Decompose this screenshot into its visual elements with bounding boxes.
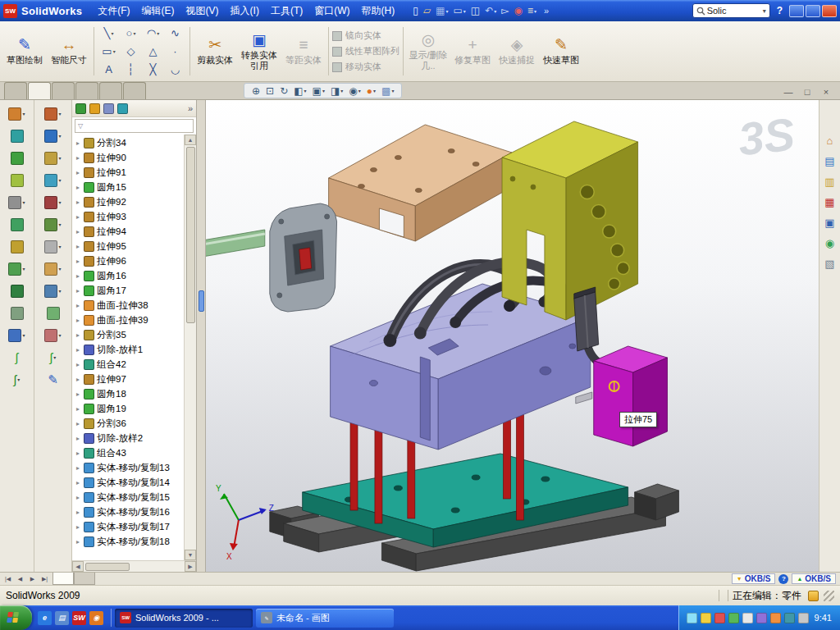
move-copy-body-icon[interactable]: ▾ bbox=[44, 326, 61, 345]
tray-icon[interactable] bbox=[728, 613, 739, 623]
dimxpertmanager-tab-icon[interactable] bbox=[117, 103, 128, 114]
line-tool-icon[interactable]: ╲▾ bbox=[98, 25, 120, 43]
tree-item[interactable]: ▸ 实体-移动/复制15 bbox=[72, 490, 184, 504]
lofted-boss-icon[interactable] bbox=[11, 215, 24, 234]
toolbox-icon[interactable]: ▦ bbox=[823, 194, 838, 209]
scroll-down-icon[interactable]: ▼ bbox=[185, 550, 196, 560]
tab-nav-button[interactable]: |◀ bbox=[2, 576, 14, 582]
tray-icon[interactable] bbox=[742, 613, 753, 623]
doc-minimize-button[interactable]: — bbox=[783, 87, 794, 97]
view-palette-icon[interactable]: ▣ bbox=[823, 215, 838, 230]
quick-launch-media-icon[interactable]: ◉ bbox=[89, 611, 103, 625]
rotate-view-icon[interactable]: ↻ bbox=[280, 85, 288, 97]
sketch-button[interactable]: ✎ 草图绘制 bbox=[3, 24, 46, 79]
custom-properties-icon[interactable]: ▧ bbox=[823, 256, 838, 271]
zoom-area-icon[interactable]: ⊕ bbox=[252, 85, 260, 97]
tree-item[interactable]: ▸ 拉伸96 bbox=[72, 253, 184, 268]
expand-arrow-icon[interactable]: ▸ bbox=[75, 538, 81, 546]
rib-icon[interactable]: ▾ bbox=[44, 148, 61, 167]
expand-arrow-icon[interactable]: ▸ bbox=[75, 287, 81, 294]
tray-icon[interactable] bbox=[798, 613, 809, 623]
undo-icon[interactable]: ↶▾ bbox=[482, 2, 499, 19]
graphics-area[interactable]: 3S bbox=[206, 100, 819, 572]
sketch-pencil-icon[interactable]: ✎ bbox=[48, 370, 58, 389]
doc-restore-button[interactable]: □ bbox=[801, 87, 813, 97]
expand-arrow-icon[interactable]: ▸ bbox=[75, 199, 81, 206]
fillet-icon[interactable]: ▾ bbox=[44, 104, 61, 123]
scroll-left-icon[interactable]: ◀ bbox=[72, 561, 84, 572]
tab-nav-button[interactable]: ▶| bbox=[39, 576, 51, 582]
tree-item[interactable]: ▸ 圆角17 bbox=[72, 283, 184, 298]
shell-icon[interactable]: ▾ bbox=[44, 171, 61, 189]
tree-item[interactable]: ▸ 切除-放样2 bbox=[72, 431, 184, 445]
tree-item[interactable]: ▸ 拉伸91 bbox=[72, 165, 184, 180]
menu-item[interactable]: 视图(V) bbox=[180, 2, 225, 20]
sketch-flyout-icon[interactable]: ▾ bbox=[8, 104, 25, 123]
ellipse-tool-icon[interactable]: ◇ bbox=[120, 43, 142, 61]
scroll-up-icon[interactable]: ▲ bbox=[185, 135, 196, 145]
rebuild-icon[interactable]: ◉ bbox=[511, 2, 524, 19]
expand-arrow-icon[interactable]: ▸ bbox=[75, 139, 81, 147]
expand-arrow-icon[interactable]: ▸ bbox=[75, 450, 81, 457]
panel-overflow-icon[interactable]: » bbox=[188, 103, 193, 113]
appearances-scenes-icon[interactable]: ◉ bbox=[823, 235, 838, 250]
expand-arrow-icon[interactable]: ▸ bbox=[75, 317, 81, 324]
tree-item[interactable]: ▸ 组合43 bbox=[72, 445, 184, 460]
tree-item[interactable]: ▸ 圆角18 bbox=[72, 386, 184, 401]
expand-arrow-icon[interactable]: ▸ bbox=[75, 479, 81, 486]
featuremanager-tab-icon[interactable] bbox=[75, 103, 86, 114]
expand-arrow-icon[interactable]: ▸ bbox=[75, 509, 81, 516]
curve-tool-icon[interactable]: ʃ bbox=[16, 348, 18, 367]
chamfer-icon[interactable]: ▾ bbox=[44, 126, 61, 145]
tray-icon[interactable] bbox=[714, 613, 725, 623]
sketch-fillet-tool-icon[interactable]: ◡ bbox=[164, 61, 186, 79]
expand-arrow-icon[interactable]: ▸ bbox=[75, 154, 81, 162]
new-document-icon[interactable]: ▯ bbox=[410, 2, 421, 19]
tree-item[interactable]: ▸ 实体-移动/复制17 bbox=[72, 519, 184, 534]
swept-cut-icon[interactable]: ▾ bbox=[8, 326, 25, 345]
options-icon[interactable]: ≡▾ bbox=[525, 2, 539, 19]
tree-item[interactable]: ▸ 实体-移动/复制16 bbox=[72, 504, 184, 519]
smart-dimension-button[interactable]: ↔ 智能尺寸 bbox=[48, 24, 90, 79]
expand-arrow-icon[interactable]: ▸ bbox=[75, 243, 81, 250]
tree-item[interactable]: ▸ 切除-放样1 bbox=[72, 342, 184, 357]
tree-item[interactable]: ▸ 曲面-拉伸38 bbox=[72, 298, 184, 313]
part-insert-block[interactable] bbox=[594, 346, 668, 446]
rapid-sketch-button[interactable]: ✎ 快速草图 bbox=[540, 24, 582, 79]
wrap-icon[interactable]: ▾ bbox=[44, 259, 61, 278]
help-icon[interactable]: ? bbox=[777, 5, 783, 16]
trim-entities-button[interactable]: ✂ 剪裁实体 bbox=[194, 24, 236, 79]
search-dropdown-icon[interactable]: ▾ bbox=[763, 7, 766, 15]
tree-item[interactable]: ▸ 组合42 bbox=[72, 357, 184, 372]
tree-item[interactable]: ▸ 曲面-拉伸39 bbox=[72, 313, 184, 327]
quick-launch-solidworks-icon[interactable]: SW bbox=[72, 611, 86, 625]
menu-item[interactable]: 工具(T) bbox=[265, 2, 308, 20]
tab-sketch[interactable] bbox=[28, 82, 51, 99]
expand-arrow-icon[interactable]: ▸ bbox=[75, 390, 81, 398]
text-tool-icon[interactable]: A bbox=[98, 61, 120, 79]
select-icon[interactable]: ▻ bbox=[499, 2, 511, 19]
view-orientation-icon[interactable]: ▣▾ bbox=[313, 85, 325, 97]
tree-item[interactable]: ▸ 分割36 bbox=[72, 416, 184, 431]
expand-arrow-icon[interactable]: ▸ bbox=[75, 184, 81, 191]
tree-item[interactable]: ▸ 圆角15 bbox=[72, 180, 184, 194]
reference-geometry-icon[interactable]: ▾ bbox=[8, 193, 25, 212]
expand-arrow-icon[interactable]: ▸ bbox=[75, 228, 81, 235]
tray-icon[interactable] bbox=[756, 613, 767, 623]
swept-boss-icon[interactable] bbox=[11, 171, 24, 189]
menu-item[interactable]: 文件(F) bbox=[92, 2, 135, 20]
linear-pattern-icon[interactable]: ▾ bbox=[44, 215, 61, 234]
tree-scrollbar-horizontal[interactable]: ◀ ▶ bbox=[72, 560, 196, 572]
dome-icon[interactable]: ▾ bbox=[44, 281, 61, 300]
tree-item[interactable]: ▸ 拉伸97 bbox=[72, 372, 184, 386]
doc-close-button[interactable]: × bbox=[820, 87, 832, 97]
display-style-icon[interactable]: ◨▾ bbox=[331, 85, 343, 97]
configurationmanager-tab-icon[interactable] bbox=[103, 103, 114, 114]
quick-launch-ie-icon[interactable]: e bbox=[38, 611, 52, 625]
tree-item[interactable]: ▸ 实体-移动/复制13 bbox=[72, 460, 184, 475]
tab-surfaces[interactable] bbox=[52, 82, 75, 99]
clock[interactable]: 9:41 bbox=[815, 613, 832, 623]
start-button[interactable] bbox=[0, 605, 32, 630]
task-paint[interactable]: ✎ 未命名 - 画图 bbox=[256, 609, 394, 628]
viewport-canvas[interactable]: Y Z X bbox=[206, 100, 819, 572]
